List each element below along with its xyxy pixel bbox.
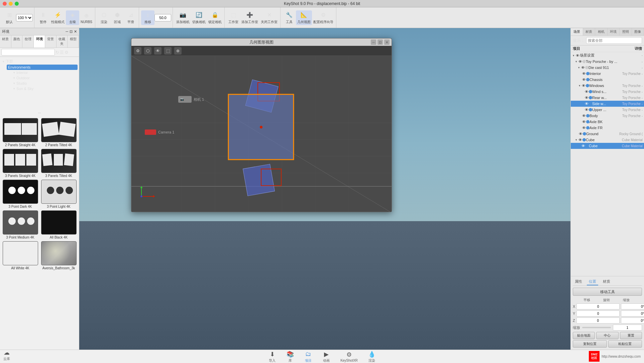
right-tab-material[interactable]: 材质	[583, 28, 596, 35]
toolbar-item-pause[interactable]: ⏸ 暂停	[36, 10, 50, 25]
refresh-icon[interactable]: ↻	[56, 50, 59, 55]
right-tab-image[interactable]: 图像	[632, 28, 644, 35]
eye-icon[interactable]: 👁	[584, 95, 589, 100]
paste-pos-button[interactable]: 粘贴位置	[608, 340, 642, 348]
toolbar-item-studio[interactable]: ⬚ 工作室	[227, 10, 240, 25]
eye-icon[interactable]: 👁	[581, 119, 586, 124]
tree-row-toy-porsche[interactable]: ▾ 👁 Toy Porsche - by ... -	[571, 59, 644, 65]
z-rotate-input[interactable]	[621, 317, 644, 324]
right-tab-camera[interactable]: 相机	[595, 28, 608, 35]
toolbar-item-region[interactable]: ⬢ 区域	[111, 10, 124, 25]
minimize-button[interactable]	[9, 2, 13, 6]
maximize-button[interactable]	[15, 2, 19, 6]
env-thumb-all-black[interactable]: All Black 4K	[40, 210, 77, 239]
x-translate-input[interactable]	[576, 303, 620, 309]
env-thumb-all-white[interactable]: All White 4K	[2, 241, 38, 270]
geo-canvas[interactable]: 📷 相机 1 Camera 1	[131, 56, 392, 212]
bottom-icon-animation[interactable]: ▶ 动画	[322, 350, 330, 363]
tree-row-body[interactable]: 👁 Body Toy Porsche -	[571, 113, 644, 119]
tree-row-rear-w[interactable]: 👁 Rear w... Toy Porsche -	[571, 95, 644, 101]
bottom-icon-library[interactable]: 📚 库	[286, 350, 294, 363]
tree-item-environments[interactable]: Environments	[7, 65, 78, 70]
geo-snap-button[interactable]: ⊕	[174, 47, 182, 55]
zoom-select[interactable]: 100 %	[16, 14, 33, 21]
right-tab-scene[interactable]: 场景	[571, 28, 583, 35]
x-rotate-input[interactable]	[621, 303, 644, 309]
tab-environment[interactable]: 环境	[34, 35, 45, 48]
uniform-slider[interactable]	[582, 327, 611, 328]
toolbar-item-nurbs[interactable]: ⊕ NURBS	[79, 11, 94, 24]
eye-icon[interactable]: 👁	[581, 71, 586, 76]
env-thumb-bathroom[interactable]: Aversis_Bathroom_3k	[40, 241, 77, 270]
uniform-input[interactable]	[613, 325, 642, 331]
eye-icon[interactable]: 👁	[581, 83, 586, 88]
geo-close-button[interactable]: ✕	[384, 39, 390, 45]
center-button[interactable]: 中心	[596, 332, 618, 339]
toolbar-item-move[interactable]: ↕ 推移	[141, 10, 154, 25]
toolbar-item-perf[interactable]: ⚡ 性能模式	[50, 10, 66, 25]
props-tab-attributes[interactable]: 属性	[573, 278, 584, 285]
speed-input[interactable]	[154, 14, 171, 21]
toolbar-item-smooth[interactable]: ⊿ 平滑	[124, 10, 137, 25]
move-tool-button[interactable]: 移动工具	[573, 288, 642, 296]
tab-background[interactable]: 背景	[45, 35, 57, 48]
eye-icon[interactable]: 👁	[581, 77, 586, 82]
tree-row-cube-child[interactable]: 👁 Cube Cube Material	[571, 143, 644, 149]
tab-model[interactable]: 模型	[68, 35, 79, 48]
geo-wireframe-button[interactable]: ⬚	[164, 47, 172, 55]
z-translate-input[interactable]	[576, 317, 620, 324]
tree-item-root[interactable]: ▾ 下群	[1, 58, 78, 65]
env-thumb-2panel-straight[interactable]: 2 Panels Straight 4K	[2, 118, 38, 147]
geo-view-button[interactable]: 👁	[154, 47, 162, 55]
eye-icon[interactable]: 👁	[581, 144, 585, 148]
copy-pos-button[interactable]: 复制位置	[573, 340, 607, 348]
env-thumb-2panel-tilted[interactable]: 2 Panels Tilted 4K	[40, 118, 77, 147]
tree-row-wind-s[interactable]: 👁 Wind s... Toy Porsche -	[571, 89, 644, 95]
eye-icon[interactable]: 👁	[578, 138, 582, 142]
env-thumb-3panel-straight[interactable]: 3 Panels Straight 4K	[2, 149, 38, 178]
right-tab-environment[interactable]: 环境	[608, 28, 620, 35]
tree-row-axle-fr[interactable]: 👁 Axle FR	[571, 125, 644, 131]
left-panel-float[interactable]: ⊡	[70, 29, 73, 34]
tree-row-ground[interactable]: 👁 Ground Rocky Ground (	[571, 131, 644, 137]
center-viewport[interactable]: 几何图形视图 ─ ⊡ ✕ ⚙ ⬡ 👁 ⬚ ⊕	[79, 28, 570, 350]
toolbar-item-configurator[interactable]: ⚙ 配置程序向导	[312, 10, 335, 25]
tree-row-upper[interactable]: 👁 Upper ... Toy Porsche -	[571, 107, 644, 113]
tree-item-interior[interactable]: ▾ Interior	[12, 70, 78, 75]
tab-favorites[interactable]: 收藏夹	[57, 35, 68, 48]
env-thumb-3pt-medium[interactable]: 3 Point Medium 4K	[2, 210, 38, 239]
left-panel-minimize[interactable]: ─	[66, 29, 68, 34]
bottom-icon-project[interactable]: 🗂 项目	[304, 350, 312, 363]
geo-settings-button[interactable]: ⚙	[134, 47, 141, 55]
tree-item-outdoor[interactable]: ▾ Outdoor	[12, 75, 78, 81]
tree-row-side-w[interactable]: 👁 Side w... Toy Porsche -	[571, 101, 644, 107]
props-tab-position[interactable]: 位置	[587, 278, 598, 285]
tree-row-chassis[interactable]: 👁 Chassis	[571, 77, 644, 83]
tree-row-windows[interactable]: ▾ 👁 Windows Toy Porsche -	[571, 83, 644, 89]
eye-icon[interactable]: 👁	[578, 131, 583, 136]
eye-icon[interactable]: 👁	[581, 113, 586, 118]
tab-texture[interactable]: 纹理	[22, 35, 34, 48]
toolbar-item-switch-camera[interactable]: 🔄 切换相机	[191, 10, 207, 25]
eye-icon[interactable]: 👁	[580, 65, 585, 70]
toolbar-item-default[interactable]: ⊞ 默认	[3, 10, 16, 25]
toolbar-item-lock-camera[interactable]: 🔒 锁定相机	[207, 10, 223, 25]
props-tab-material[interactable]: 材质	[601, 278, 612, 285]
tree-row-axle-bk[interactable]: 👁 Axle BK	[571, 119, 644, 125]
bottom-icon-keyshotxr[interactable]: ⚙ KeyShotXR	[340, 351, 358, 362]
tree-row-interior[interactable]: 👁 Interior Toy Porsche -	[571, 71, 644, 77]
toolbar-item-geo-view[interactable]: 📐 几何视图	[296, 10, 312, 25]
env-thumb-3pt-light[interactable]: 3 Point Light 4K	[40, 180, 77, 208]
eye-icon[interactable]: 👁	[584, 107, 589, 112]
tree-row-cube-parent[interactable]: ▾ 👁 Cube Cube Material	[571, 137, 644, 143]
eye-icon[interactable]: 👁	[581, 125, 586, 130]
eye-icon[interactable]: 👁	[584, 101, 589, 106]
right-tab-lighting[interactable]: 照明	[620, 28, 632, 35]
tree-row-scene-settings[interactable]: ▾ 👁 场景设置 -	[571, 52, 644, 59]
bottom-icon-render[interactable]: 💧 渲染	[368, 350, 376, 363]
eye-icon[interactable]: 👁	[575, 53, 580, 58]
y-translate-input[interactable]	[576, 310, 620, 316]
env-search-input[interactable]	[1, 49, 55, 56]
reset-button[interactable]: 重置	[620, 332, 642, 339]
close-button[interactable]	[3, 2, 7, 6]
